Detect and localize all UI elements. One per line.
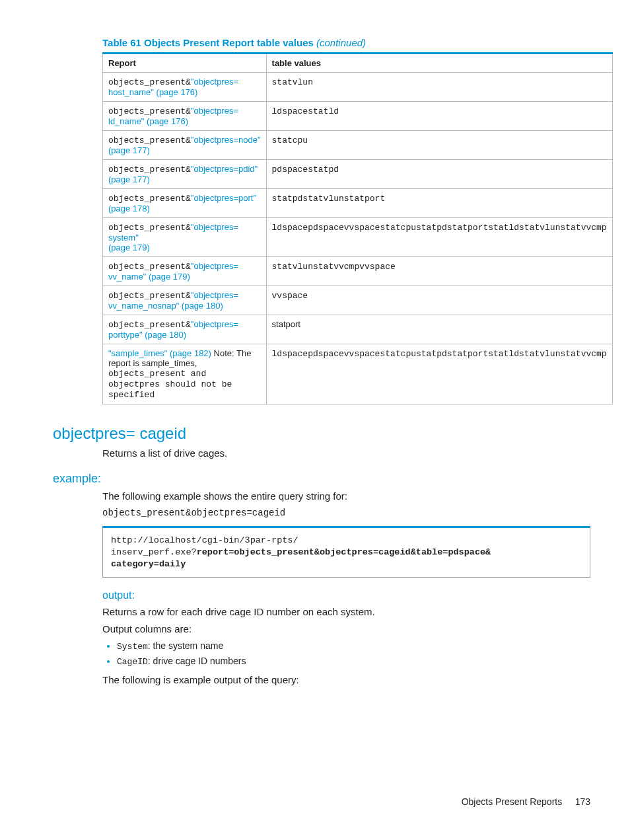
document-page: Table 61 Objects Present Report table va… — [0, 0, 630, 840]
table-row: objects_present&"objectpres=ld_name" (pa… — [103, 102, 613, 131]
cell-values: ldspacepdspacevvspacestatcpustatpdstatpo… — [266, 344, 612, 404]
output-columns-list: System: the system nameCageID: drive cag… — [102, 640, 590, 667]
cell-report: objects_present&"objectpres=porttype" (p… — [103, 315, 267, 344]
value-text: pdspacestatpd — [272, 165, 339, 174]
cell-values: vvspace — [266, 286, 612, 315]
value-text: statvlunstatvvcmpvvspace — [272, 262, 396, 272]
cell-report: objects_present&"objectpres= system"(pag… — [103, 218, 267, 257]
section-intro: Returns a list of drive cages. — [102, 447, 590, 460]
cell-values: statcpu — [266, 131, 612, 160]
code-line-3: category=daily — [111, 559, 186, 569]
column-desc: : drive cage ID numbers — [148, 656, 246, 666]
list-item: CageID: drive cage ID numbers — [117, 656, 590, 667]
code-line-1: http://localhost/cgi-bin/3par-rpts/ — [111, 535, 298, 545]
cell-report: objects_present&"objectpres=vv_name" (pa… — [103, 257, 267, 286]
report-link[interactable]: "objectpres= — [191, 319, 238, 329]
report-link-continued[interactable]: host_name" (page 176) — [108, 87, 197, 97]
report-prefix: objects_present& — [108, 291, 191, 301]
table-row: objects_present&"objectpres=host_name" (… — [103, 73, 613, 102]
value-text: statvlun — [272, 77, 313, 87]
report-link-continued[interactable]: (page 177) — [108, 145, 150, 155]
example-heading: example: — [53, 472, 590, 486]
value-text: statpdstatvlunstatport — [272, 194, 386, 204]
table-row: objects_present&"objectpres= system"(pag… — [103, 218, 613, 257]
column-code: System — [117, 642, 148, 652]
footer-section: Objects Present Reports — [462, 796, 563, 807]
report-link-continued[interactable]: porttype" (page 180) — [108, 330, 186, 340]
example-query: objects_present&objectpres=cageid — [102, 508, 590, 518]
report-link[interactable]: "objectpres= — [191, 290, 238, 300]
cell-values: statport — [266, 315, 612, 344]
report-prefix: objects_present& — [108, 223, 191, 233]
report-prefix: objects_present& — [108, 77, 191, 87]
cell-report: objects_present&"objectpres=host_name" (… — [103, 73, 267, 102]
cell-report: objects_present&"objectpres=port"(page 1… — [103, 189, 267, 218]
output-heading: output: — [102, 590, 590, 601]
objects-present-table: Report table values objects_present&"obj… — [102, 52, 613, 404]
value-text: vvspace — [272, 291, 308, 301]
report-link[interactable]: "objectpres=node" — [191, 135, 261, 145]
value-text: ldspacepdspacevvspacestatcpustatpdstatpo… — [272, 349, 607, 359]
example-lead: The following example shows the entire q… — [102, 490, 590, 503]
report-link-continued[interactable]: vv_name_nosnap" (page 180) — [108, 301, 223, 311]
cell-report: objects_present&"objectpres=vv_name_nosn… — [103, 286, 267, 315]
col-header-report: Report — [103, 54, 267, 73]
output-desc-1: Returns a row for each drive cage ID num… — [102, 605, 590, 619]
output-desc-2: Output columns are: — [102, 623, 590, 636]
section-heading-objectpres-cageid: objectpres= cageid — [53, 424, 590, 443]
table-caption-continued: (continued) — [316, 37, 366, 48]
page-footer: Objects Present Reports 173 — [462, 796, 590, 807]
report-prefix: objects_present& — [108, 194, 191, 204]
cell-report: objects_present&"objectpres=pdid"(page 1… — [103, 160, 267, 189]
cell-values: statvlunstatvvcmpvvspace — [266, 257, 612, 286]
value-text: ldspacepdspacevvspacestatcpustatpdstatpo… — [272, 223, 607, 233]
value-text: statport — [272, 319, 300, 329]
code-line-2a: inserv_perf.exe? — [111, 547, 197, 557]
report-link-continued[interactable]: (page 178) — [108, 204, 150, 213]
table-row: "sample_times" (page 182) Note: The repo… — [103, 344, 613, 404]
output-closing: The following is example output of the q… — [102, 673, 590, 687]
report-link[interactable]: "sample_times" (page 182) — [108, 348, 211, 358]
report-prefix: objects_present& — [108, 320, 191, 330]
report-link-continued[interactable]: ld_name" (page 176) — [108, 116, 188, 126]
report-prefix: objects_present& — [108, 165, 191, 174]
list-item: System: the system name — [117, 640, 590, 652]
report-link[interactable]: "objectpres= — [191, 106, 238, 116]
cell-values: ldspacestatld — [266, 102, 612, 131]
table-row: objects_present&"objectpres=vv_name" (pa… — [103, 257, 613, 286]
cell-values: ldspacepdspacevvspacestatcpustatpdstatpo… — [266, 218, 612, 257]
cell-values: statvlun — [266, 73, 612, 102]
report-prefix: objects_present& — [108, 106, 191, 116]
cell-values: pdspacestatpd — [266, 160, 612, 189]
report-link-continued[interactable]: (page 179) — [108, 243, 150, 252]
table-row: objects_present&"objectpres=porttype" (p… — [103, 315, 613, 344]
table-row: objects_present&"objectpres=node"(page 1… — [103, 131, 613, 160]
column-code: CageID — [117, 657, 148, 667]
report-link[interactable]: "objectpres= — [191, 261, 238, 271]
column-desc: : the system name — [148, 640, 223, 651]
code-line-2b: report=objects_present&objectpres=cageid… — [197, 547, 491, 557]
table-row: objects_present&"objectpres=pdid"(page 1… — [103, 160, 613, 189]
report-link-continued[interactable]: (page 177) — [108, 174, 150, 184]
report-prefix: objects_present& — [108, 262, 191, 272]
table-row: objects_present&"objectpres=vv_name_nosn… — [103, 286, 613, 315]
value-text: statcpu — [272, 135, 308, 145]
cell-report: objects_present&"objectpres=ld_name" (pa… — [103, 102, 267, 131]
cell-report: objects_present&"objectpres=node"(page 1… — [103, 131, 267, 160]
footer-page-number: 173 — [575, 796, 590, 807]
report-link[interactable]: "objectpres=pdid" — [191, 164, 258, 174]
report-link-continued[interactable]: vv_name" (page 179) — [108, 272, 190, 282]
table-caption-main: Table 61 Objects Present Report table va… — [102, 37, 314, 48]
value-text: ldspacestatld — [272, 106, 339, 116]
table-row: objects_present&"objectpres=port"(page 1… — [103, 189, 613, 218]
example-code-box: http://localhost/cgi-bin/3par-rpts/ inse… — [102, 526, 590, 578]
table-caption: Table 61 Objects Present Report table va… — [102, 37, 590, 48]
col-header-values: table values — [266, 54, 612, 73]
note-mono: objects_present and objectpres should no… — [108, 369, 232, 400]
table-header-row: Report table values — [103, 54, 613, 73]
report-link[interactable]: "objectpres= — [191, 77, 238, 87]
report-link[interactable]: "objectpres=port" — [191, 193, 256, 203]
cell-values: statpdstatvlunstatport — [266, 189, 612, 218]
cell-report: "sample_times" (page 182) Note: The repo… — [103, 344, 267, 404]
report-prefix: objects_present& — [108, 135, 191, 145]
